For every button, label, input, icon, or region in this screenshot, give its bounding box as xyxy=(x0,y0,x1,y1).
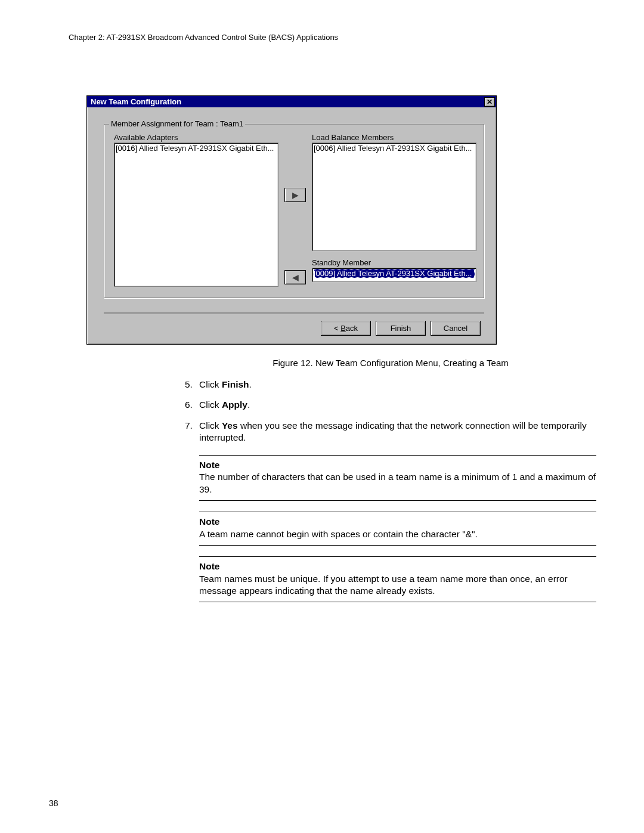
figure-caption: Figure 12. New Team Configuration Menu, … xyxy=(185,358,596,368)
standby-member-list[interactable]: [0009] Allied Telesyn AT-2931SX Gigabit … xyxy=(312,268,476,282)
note-text: The number of characters that can be use… xyxy=(199,471,596,496)
step-5: 5. Click Finish. xyxy=(185,379,596,391)
chevron-left-icon: ◀ xyxy=(292,272,299,282)
new-team-config-dialog: New Team Configuration ✕ Member Assignme… xyxy=(86,95,497,345)
cancel-button[interactable]: Cancel xyxy=(431,321,481,336)
chapter-header: Chapter 2: AT-2931SX Broadcom Advanced C… xyxy=(69,33,596,42)
note-label: Note xyxy=(199,516,596,528)
available-adapters-label: Available Adapters xyxy=(114,133,278,142)
note-label: Note xyxy=(199,459,596,471)
dialog-title: New Team Configuration xyxy=(91,96,181,107)
group-legend: Member Assignment for Team : Team1 xyxy=(109,119,245,128)
note-text: Team names must be unique. If you attemp… xyxy=(199,573,596,597)
document-page: Chapter 2: AT-2931SX Broadcom Advanced C… xyxy=(0,0,644,833)
list-item[interactable]: [0009] Allied Telesyn AT-2931SX Gigabit … xyxy=(314,269,475,278)
step-6: 6. Click Apply. xyxy=(185,399,596,411)
note-label: Note xyxy=(199,561,596,572)
move-left-button[interactable]: ◀ xyxy=(284,270,306,284)
back-button[interactable]: < Back xyxy=(321,321,371,336)
step-number: 5. xyxy=(185,379,199,391)
note-text: A team name cannot begin with spaces or … xyxy=(199,528,596,540)
note-block: Note A team name cannot begin with space… xyxy=(199,512,596,546)
load-balance-list[interactable]: [0006] Allied Telesyn AT-2931SX Gigabit … xyxy=(312,143,476,251)
step-number: 6. xyxy=(185,399,199,411)
note-block: Note The number of characters that can b… xyxy=(199,455,596,501)
instruction-steps: 5. Click Finish. 6. Click Apply. 7. Clic… xyxy=(185,379,596,602)
step-7: 7. Click Yes when you see the message in… xyxy=(185,420,596,444)
step-number: 7. xyxy=(185,420,199,444)
dialog-titlebar: New Team Configuration ✕ xyxy=(87,96,496,107)
finish-button[interactable]: Finish xyxy=(376,321,426,336)
load-balance-label: Load Balance Members xyxy=(312,133,476,142)
standby-member-label: Standby Member xyxy=(312,258,476,267)
chevron-right-icon: ▶ xyxy=(292,190,299,200)
close-icon[interactable]: ✕ xyxy=(484,97,495,107)
members-column: Load Balance Members [0006] Allied Teles… xyxy=(312,133,476,287)
dialog-separator xyxy=(104,312,484,314)
cancel-button-label: Cancel xyxy=(444,324,467,333)
move-right-button[interactable]: ▶ xyxy=(284,188,306,202)
member-assignment-group: Member Assignment for Team : Team1 Avail… xyxy=(104,124,484,298)
list-item[interactable]: [0016] Allied Telesyn AT-2931SX Gigabit … xyxy=(116,144,277,153)
available-adapters-list[interactable]: [0016] Allied Telesyn AT-2931SX Gigabit … xyxy=(114,143,278,287)
finish-button-label: Finish xyxy=(391,324,411,333)
available-adapters-column: Available Adapters [0016] Allied Telesyn… xyxy=(114,133,278,287)
list-item[interactable]: [0006] Allied Telesyn AT-2931SX Gigabit … xyxy=(314,144,475,153)
page-number: 38 xyxy=(49,798,58,808)
back-button-label: < Back xyxy=(334,324,358,333)
note-block: Note Team names must be unique. If you a… xyxy=(199,556,596,602)
